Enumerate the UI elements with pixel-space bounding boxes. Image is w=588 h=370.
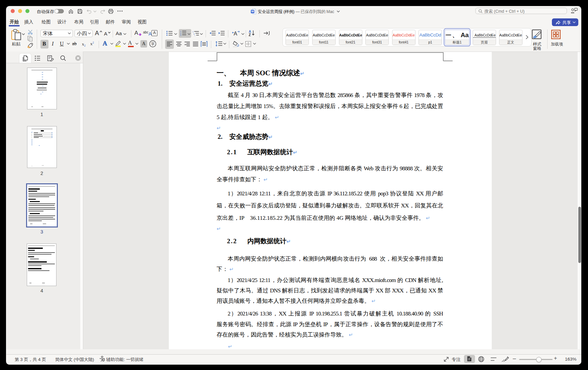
svg-text:3: 3 [180,34,181,36]
svg-text:A: A [234,31,237,36]
svg-text:W: W [251,10,254,13]
svg-text:Z: Z [249,33,251,36]
svg-text:i: i [195,34,195,36]
svg-text:字: 字 [151,42,155,46]
